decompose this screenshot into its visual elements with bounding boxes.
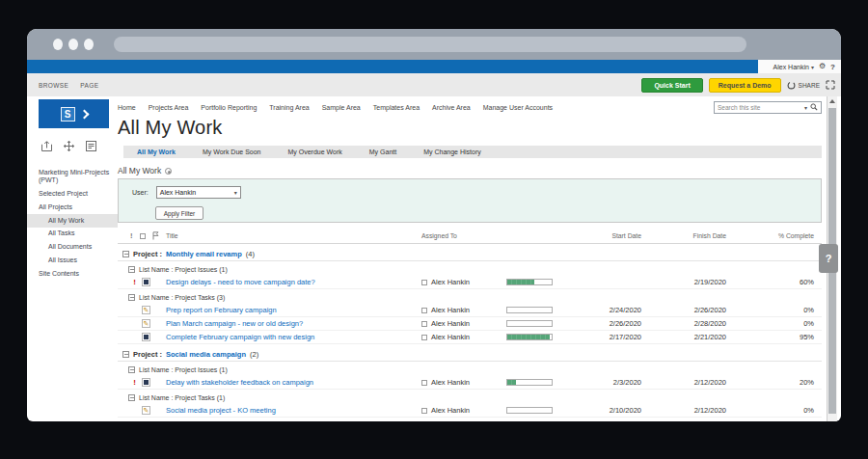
project-group-header[interactable]: Project : Monthly email revamp (4) — [118, 248, 822, 261]
column-assigned-to[interactable]: Assigned To — [420, 232, 504, 239]
suite-bar-right: Alex Hankin ▾ ⚙ ? — [758, 60, 841, 73]
webpart-info-icon[interactable] — [165, 168, 172, 175]
sharepoint-logo-letter: S — [61, 107, 75, 122]
list-group-label: List Name : Project Issues (1) — [139, 266, 228, 273]
window-control-dot[interactable] — [68, 39, 78, 50]
list-edit-icon[interactable] — [85, 140, 97, 152]
flag-column-icon — [152, 231, 159, 240]
project-link[interactable]: Social media campaign — [166, 350, 246, 359]
column-pct-complete[interactable]: % Complete — [734, 232, 822, 239]
table-row[interactable]: Complete February campaign with new desi… — [118, 331, 822, 344]
collapse-icon[interactable] — [122, 351, 129, 358]
gear-icon[interactable]: ⚙ — [819, 63, 826, 70]
work-item-link[interactable]: Plan March campaign - new or old design? — [164, 319, 303, 328]
work-item-link[interactable]: Complete February campaign with new desi… — [164, 333, 314, 341]
checkbox[interactable] — [421, 321, 427, 327]
work-item-link[interactable]: Prep report on February campaign — [164, 306, 277, 314]
collapse-icon[interactable] — [128, 266, 135, 273]
quick-start-button[interactable]: Quick Start — [641, 78, 702, 93]
table-row[interactable]: ! Design delays - need to move campaign … — [118, 276, 822, 289]
sidebar-nav: Marketing Mini-Projects (PWT) Selected P… — [27, 166, 118, 281]
collapse-icon[interactable] — [128, 294, 135, 301]
view-tab[interactable]: My Work Due Soon — [189, 148, 275, 155]
sharepoint-logo[interactable]: S — [39, 99, 109, 128]
checkbox[interactable] — [421, 408, 427, 414]
share-icon — [787, 81, 796, 90]
promote-icon[interactable] — [41, 140, 53, 152]
move-icon[interactable] — [63, 140, 75, 152]
pct-complete: 95% — [734, 333, 822, 341]
ribbon-tab-page[interactable]: PAGE — [80, 82, 98, 89]
list-group-header[interactable]: List Name : Project Issues (1) — [118, 263, 822, 276]
start-date: 2/3/2020 — [580, 378, 649, 387]
checkbox[interactable] — [421, 380, 427, 386]
top-nav-link[interactable]: Training Area — [269, 104, 309, 111]
table-row[interactable]: Plan March campaign - new or old design?… — [118, 317, 822, 331]
top-nav-link[interactable]: Manage User Accounts — [483, 104, 553, 111]
work-item-link[interactable]: Social media project - KO meeting — [164, 406, 276, 415]
checkbox[interactable] — [421, 335, 427, 340]
top-nav-link[interactable]: Projects Area — [149, 104, 189, 111]
table-row[interactable]: Prep report on February campaign Alex Ha… — [118, 304, 822, 317]
scroll-up-arrow-icon[interactable] — [829, 99, 835, 103]
important-icon: ! — [130, 278, 139, 286]
search-scope-caret-icon[interactable]: ▾ — [804, 104, 807, 111]
window-control-dot[interactable] — [84, 39, 94, 50]
search-icon[interactable] — [810, 103, 818, 111]
focus-content-icon[interactable] — [826, 80, 835, 90]
assigned-to-name: Alex Hankin — [431, 333, 470, 341]
checkbox[interactable] — [421, 280, 427, 285]
collapse-icon[interactable] — [128, 366, 135, 373]
list-group: List Name : Project Issues (1) ! Delay w… — [118, 364, 822, 390]
list-group-header[interactable]: List Name : Project Tasks (3) — [118, 291, 822, 304]
project-group-header[interactable]: Project : Social media campaign (2) — [118, 348, 822, 362]
view-tab[interactable]: All My Work — [123, 148, 189, 155]
sidebar-item[interactable]: All Projects — [27, 201, 118, 214]
pct-complete: 20% — [734, 378, 822, 387]
help-tab[interactable]: ? — [819, 244, 838, 273]
checkbox[interactable] — [421, 308, 427, 313]
table-row[interactable]: Social media project - KO meeting Alex H… — [118, 404, 822, 418]
view-tab[interactable]: My Gantt — [356, 148, 410, 155]
user-filter-select[interactable]: Alex Hankin ▾ — [156, 186, 241, 199]
top-nav-link[interactable]: Sample Area — [322, 104, 361, 111]
ribbon-tab-browse[interactable]: BROWSE — [39, 82, 68, 89]
sidebar-item[interactable]: All Documents — [27, 241, 118, 255]
project-link[interactable]: Monthly email revamp — [166, 250, 242, 258]
column-title[interactable]: Title — [164, 232, 420, 239]
group-prefix: Project : — [133, 350, 162, 359]
top-nav-link[interactable]: Portfolio Reporting — [201, 104, 257, 111]
search-input[interactable] — [718, 104, 801, 111]
sidebar-item[interactable]: Marketing Mini-Projects (PWT) — [27, 166, 118, 188]
collapse-icon[interactable] — [122, 251, 129, 257]
sidebar-item[interactable]: Selected Project — [27, 188, 118, 202]
progress-bar — [506, 407, 553, 414]
user-menu[interactable]: Alex Hankin ▾ — [773, 64, 814, 70]
sidebar-item[interactable]: Site Contents — [27, 267, 118, 281]
collapse-icon[interactable] — [128, 394, 135, 401]
top-nav-link[interactable]: Templates Area — [373, 104, 420, 111]
work-item-link[interactable]: Design delays - need to move campaign da… — [164, 278, 315, 286]
table-row[interactable]: ! Delay with stakeholder feedback on cam… — [118, 376, 822, 390]
work-item-link[interactable]: Delay with stakeholder feedback on campa… — [164, 378, 313, 387]
view-tab[interactable]: My Overdue Work — [275, 148, 356, 155]
sidebar-item[interactable]: All Issues — [27, 254, 118, 267]
share-button[interactable]: SHARE — [787, 81, 820, 90]
request-demo-button[interactable]: Request a Demo — [709, 78, 781, 93]
ribbon-actions: Quick Start Request a Demo SHARE — [641, 73, 835, 96]
column-start-date[interactable]: Start Date — [580, 232, 649, 239]
view-tab[interactable]: My Change History — [410, 148, 495, 155]
top-nav-link[interactable]: Archive Area — [432, 104, 471, 111]
help-icon[interactable]: ? — [830, 63, 835, 71]
sidebar-item[interactable]: All My Work — [27, 214, 118, 228]
sidebar-item[interactable]: All Tasks — [27, 228, 118, 241]
item-type-icon — [142, 406, 150, 415]
window-control-dot[interactable] — [53, 39, 63, 50]
top-nav-link[interactable]: Home — [118, 104, 136, 111]
column-finish-date[interactable]: Finish Date — [649, 232, 734, 239]
address-bar[interactable] — [114, 37, 746, 52]
finish-date: 2/28/2020 — [649, 319, 734, 328]
list-group-header[interactable]: List Name : Project Tasks (1) — [118, 392, 822, 404]
list-group-header[interactable]: List Name : Project Issues (1) — [118, 364, 822, 376]
apply-filter-button[interactable]: Apply Filter — [155, 206, 203, 220]
